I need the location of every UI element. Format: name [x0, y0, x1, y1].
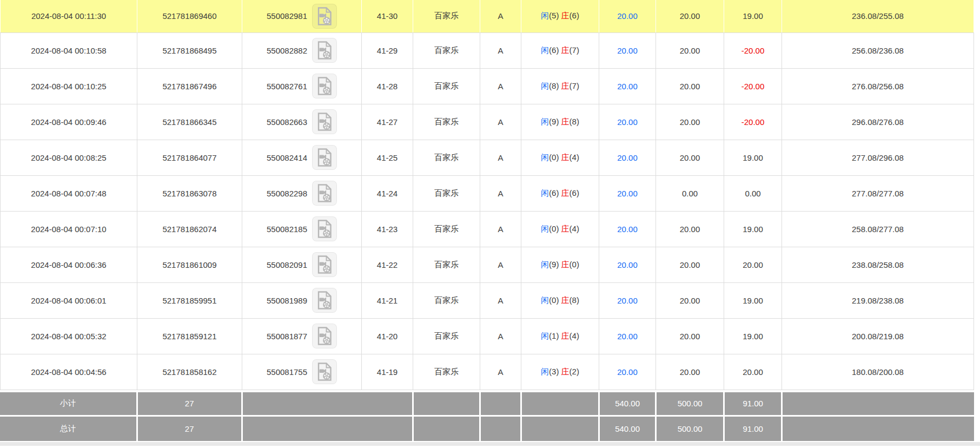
cell-round-id: 550082882 — [242, 32, 362, 68]
round-id-wrap: 550082663 — [242, 109, 361, 134]
cell-balance: 180.08/200.08 — [782, 354, 974, 390]
cell-bet-amount-link[interactable]: 20.00 — [599, 247, 656, 282]
cell-table-code: A — [480, 32, 521, 68]
round-id-text: 550082091 — [267, 260, 307, 269]
cell-result: 闲(0) 庄(4) — [521, 211, 599, 247]
cell-table-code: A — [480, 140, 521, 175]
video-replay-button[interactable] — [312, 324, 337, 348]
video-replay-button[interactable] — [312, 4, 337, 29]
cell-shoe-round: 41-28 — [362, 68, 413, 104]
video-replay-button[interactable] — [312, 38, 337, 63]
cell-bet-amount-link[interactable]: 20.00 — [599, 354, 656, 390]
cell-result: 闲(9) 庄(0) — [521, 247, 599, 282]
cell-bet-amount-link[interactable]: 20.00 — [599, 211, 656, 247]
result-banker-label: 庄 — [561, 188, 570, 197]
video-replay-button[interactable] — [312, 145, 337, 170]
table-row[interactable]: 2024-08-04 00:09:46 521781866345 5500826… — [1, 104, 974, 140]
video-file-icon — [316, 220, 333, 238]
result-banker-label: 庄 — [561, 153, 570, 162]
round-id-text: 550082663 — [267, 117, 307, 127]
cell-round-id: 550082185 — [242, 211, 362, 247]
cell-table-code: A — [480, 68, 521, 104]
cell-bet-amount-link[interactable]: 20.00 — [599, 104, 656, 140]
cell-balance: 277.08/277.08 — [782, 175, 974, 211]
cell-shoe-round: 41-21 — [362, 282, 413, 318]
cell-bet-id: 521781867496 — [137, 68, 242, 104]
cell-shoe-round: 41-30 — [362, 0, 413, 32]
video-replay-button[interactable] — [312, 181, 337, 206]
cell-result: 闲(0) 庄(8) — [521, 282, 599, 318]
cell-valid-amount: 20.00 — [656, 32, 724, 68]
cell-bet-amount-link[interactable]: 20.00 — [599, 282, 656, 318]
video-replay-button[interactable] — [312, 359, 337, 384]
result-player-score: (0) — [549, 295, 559, 305]
total-empty-balance — [782, 417, 974, 441]
cell-table-code: A — [480, 354, 521, 390]
cell-bet-id: 521781863078 — [137, 175, 242, 211]
table-row[interactable]: 2024-08-04 00:07:48 521781863078 5500822… — [1, 175, 974, 211]
result-player-score: (9) — [549, 260, 559, 269]
video-file-icon — [316, 255, 333, 274]
cell-bet-amount-link[interactable]: 20.00 — [599, 32, 656, 68]
table-row[interactable]: 2024-08-04 00:05:32 521781859121 5500818… — [1, 318, 974, 354]
video-file-icon — [316, 113, 333, 131]
subtotal-valid-total: 500.00 — [656, 392, 724, 415]
cell-shoe-round: 41-19 — [362, 354, 413, 390]
round-id-wrap: 550082414 — [242, 145, 361, 170]
result-banker-score: (2) — [570, 367, 579, 376]
video-replay-button[interactable] — [312, 288, 337, 313]
table-row[interactable]: 2024-08-04 00:06:01 521781859951 5500819… — [1, 282, 974, 318]
cell-game-type: 百家乐 — [413, 354, 480, 390]
cell-round-id: 550082663 — [242, 104, 362, 140]
result-player-label: 闲 — [541, 153, 549, 162]
video-replay-button[interactable] — [312, 252, 337, 277]
table-row[interactable]: 2024-08-04 00:10:58 521781868495 5500828… — [1, 32, 974, 68]
cell-bet-id: 521781862074 — [137, 211, 242, 247]
cell-bet-amount-link[interactable]: 20.00 — [599, 0, 656, 32]
cell-bet-time: 2024-08-04 00:07:48 — [1, 175, 137, 211]
cell-win-loss: 19.00 — [724, 140, 782, 175]
round-id-text: 550081989 — [267, 296, 307, 305]
cell-bet-amount-link[interactable]: 20.00 — [599, 318, 656, 354]
round-id-text: 550082185 — [267, 225, 307, 234]
video-replay-button[interactable] — [312, 216, 337, 241]
result-player-label: 闲 — [541, 45, 549, 55]
result-player-score: (6) — [549, 188, 559, 197]
cell-bet-amount-link[interactable]: 20.00 — [599, 175, 656, 211]
cell-balance: 200.08/219.08 — [782, 318, 974, 354]
subtotal-empty-game — [413, 392, 480, 415]
result-player-score: (6) — [549, 45, 559, 55]
cell-shoe-round: 41-27 — [362, 104, 413, 140]
result-banker-label: 庄 — [561, 367, 570, 376]
table-row[interactable]: 2024-08-04 00:08:25 521781864077 5500824… — [1, 140, 974, 175]
cell-bet-time: 2024-08-04 00:05:32 — [1, 318, 137, 354]
table-row[interactable]: 2024-08-04 00:06:36 521781861009 5500820… — [1, 247, 974, 282]
total-valid-total: 500.00 — [656, 417, 724, 441]
cell-bet-amount-link[interactable]: 20.00 — [599, 68, 656, 104]
total-label: 总计 — [0, 417, 137, 441]
cell-result: 闲(6) 庄(7) — [521, 32, 599, 68]
table-row[interactable]: 2024-08-04 00:10:25 521781867496 5500827… — [1, 68, 974, 104]
video-replay-button[interactable] — [312, 109, 337, 134]
cell-valid-amount: 20.00 — [656, 0, 724, 32]
cell-shoe-round: 41-24 — [362, 175, 413, 211]
result-player-label: 闲 — [541, 367, 549, 376]
table-row[interactable]: 2024-08-04 00:11:30 521781869460 5500829… — [1, 0, 974, 32]
subtotal-bet-total: 540.00 — [599, 392, 656, 415]
cell-balance: 277.08/296.08 — [782, 140, 974, 175]
cell-valid-amount: 20.00 — [656, 211, 724, 247]
cell-win-loss: -20.00 — [724, 68, 782, 104]
round-id-wrap: 550082091 — [242, 252, 361, 277]
cell-win-loss: -20.00 — [724, 104, 782, 140]
table-row[interactable]: 2024-08-04 00:04:56 521781858162 5500817… — [1, 354, 974, 390]
result-player-score: (0) — [549, 224, 559, 233]
round-id-text: 550081755 — [267, 367, 307, 377]
table-row[interactable]: 2024-08-04 00:07:10 521781862074 5500821… — [1, 211, 974, 247]
total-winloss-total: 91.00 — [724, 417, 782, 441]
total-bet-total: 540.00 — [599, 417, 656, 441]
round-id-wrap: 550082185 — [242, 216, 361, 241]
result-player-score: (3) — [549, 367, 559, 376]
result-banker-score: (7) — [570, 45, 579, 55]
video-replay-button[interactable] — [312, 74, 337, 98]
cell-bet-amount-link[interactable]: 20.00 — [599, 140, 656, 175]
